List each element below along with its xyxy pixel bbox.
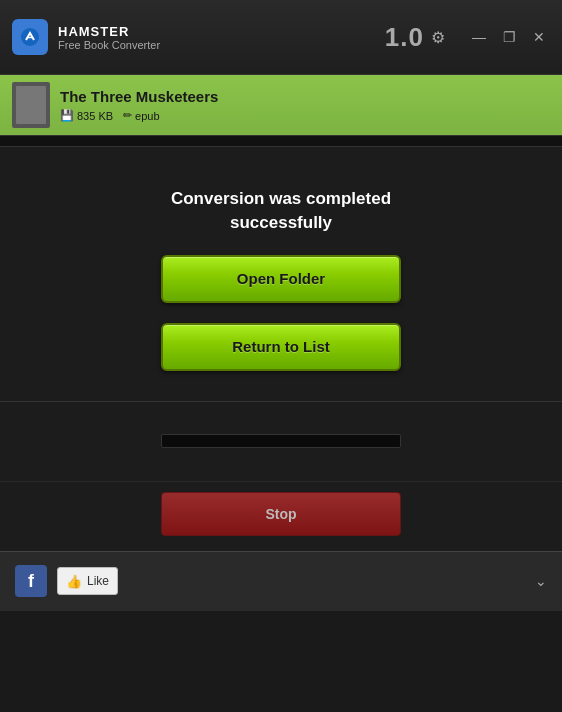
return-to-list-button[interactable]: Return to List [161, 323, 401, 371]
book-format-value: epub [135, 110, 159, 122]
book-title: The Three Musketeers [60, 88, 550, 105]
like-button[interactable]: 👍 Like [57, 567, 118, 595]
pencil-icon: ✏ [123, 109, 132, 122]
disk-icon: 💾 [60, 109, 74, 122]
separator-top [0, 135, 562, 147]
app-icon [12, 19, 48, 55]
app-name: HAMSTER [58, 24, 375, 39]
book-info: The Three Musketeers 💾 835 KB ✏ epub [60, 88, 550, 122]
stop-button[interactable]: Stop [161, 492, 401, 536]
version-badge: 1.0 [385, 22, 424, 53]
book-format: ✏ epub [123, 109, 159, 122]
minimize-button[interactable]: — [468, 26, 490, 48]
app-title-group: HAMSTER Free Book Converter [58, 24, 375, 51]
progress-bar [161, 434, 401, 448]
maximize-button[interactable]: ❐ [498, 26, 520, 48]
chevron-down-icon: ⌄ [535, 573, 547, 589]
stop-area: Stop [0, 481, 562, 551]
close-button[interactable]: ✕ [528, 26, 550, 48]
like-label: Like [87, 574, 109, 588]
facebook-icon[interactable]: f [15, 565, 47, 597]
book-row: The Three Musketeers 💾 835 KB ✏ epub [0, 75, 562, 135]
book-size: 💾 835 KB [60, 109, 113, 122]
footer: f 👍 Like ⌄ [0, 551, 562, 611]
book-thumbnail [12, 82, 50, 128]
open-folder-button[interactable]: Open Folder [161, 255, 401, 303]
success-panel: Conversion was completedsuccessfully Ope… [0, 147, 562, 401]
book-cover [16, 86, 46, 124]
thumbs-up-icon: 👍 [66, 574, 82, 589]
app-subtitle: Free Book Converter [58, 39, 375, 51]
success-message: Conversion was completedsuccessfully [171, 187, 391, 235]
window-controls: ⚙ — ❐ ✕ [424, 23, 550, 51]
book-size-value: 835 KB [77, 110, 113, 122]
settings-button[interactable]: ⚙ [424, 23, 452, 51]
book-meta: 💾 835 KB ✏ epub [60, 109, 550, 122]
lower-area [0, 401, 562, 481]
title-bar: HAMSTER Free Book Converter 1.0 ⚙ — ❐ ✕ [0, 0, 562, 75]
facebook-letter: f [28, 571, 34, 592]
